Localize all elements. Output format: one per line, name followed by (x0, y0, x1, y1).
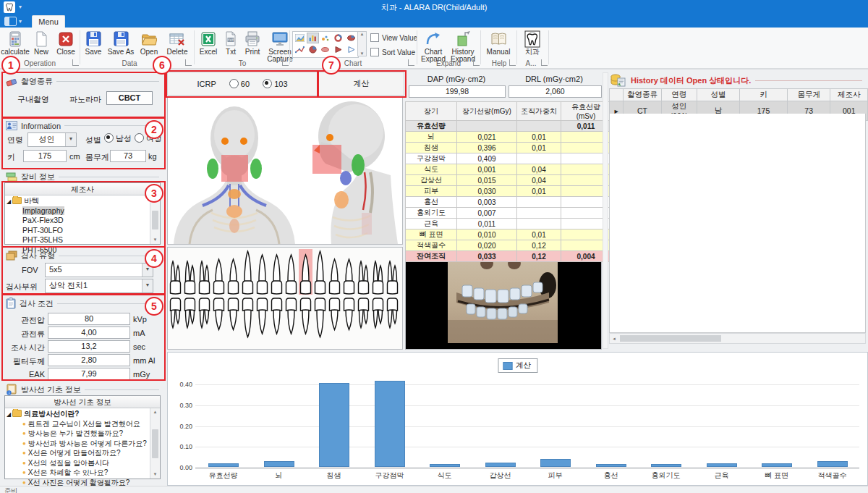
pie-chart-icon[interactable] (307, 44, 319, 55)
calculate-button[interactable]: calculate (1, 30, 29, 56)
chart-dialog-launcher-icon[interactable] (408, 59, 414, 66)
chart-grid-spinner[interactable]: ▲▼ (357, 31, 367, 56)
tab-menu[interactable]: Menu (32, 15, 65, 28)
col-weight[interactable]: 몸무게 (787, 89, 830, 101)
scrollbar-thumb[interactable] (152, 429, 158, 458)
rad-info-item[interactable]: ●X선은 어떻게 만들어질까요? (7, 448, 149, 458)
dental-app-button[interactable]: shave 치과 (519, 30, 545, 56)
screen-capture-button[interactable]: Screen Capture (265, 30, 295, 63)
history-hscrollbar[interactable]: ◂ (609, 333, 866, 344)
excel-button[interactable]: Excel (197, 30, 220, 56)
table-row[interactable]: 잔여조직0,0330,120,004 (406, 251, 611, 262)
save-as-button[interactable]: Save As (106, 30, 135, 56)
scroll-up-icon[interactable]: ▲ (153, 408, 158, 416)
chart-legend[interactable]: 계산 (498, 358, 537, 373)
print-button[interactable]: Print (242, 30, 263, 56)
spinner-up-icon[interactable]: ▲ (360, 32, 365, 36)
table-row[interactable]: 유효선량0,011 (406, 121, 611, 132)
rad-info-scrollbar[interactable]: ▲▼ (150, 408, 160, 479)
bubble-chart-icon[interactable] (320, 33, 332, 43)
help-dialog-launcher-icon[interactable] (509, 59, 516, 66)
pie3d-chart-icon[interactable] (345, 33, 357, 43)
rad-info-item[interactable]: ●X선은 차폐할 수 있나요? (7, 468, 149, 478)
table-row[interactable]: 피부0,0300,01 (406, 186, 611, 197)
chart-expand-button[interactable]: Chart Expand (420, 30, 447, 63)
col-organ-dose[interactable]: 장기선량(mGy) (457, 102, 517, 121)
tooth-shape (359, 281, 369, 294)
annotation-box-6 (166, 70, 319, 98)
dose-scroll-strip[interactable] (603, 72, 608, 349)
tooth-shape (346, 310, 352, 330)
bar-구강점막 (375, 381, 405, 467)
to-dialog-launcher-icon[interactable] (282, 59, 289, 66)
annotation-circle-6: 6 (153, 56, 171, 75)
status-text: 준비 (4, 487, 17, 493)
table-row[interactable]: 흉외기도0,007 (406, 208, 611, 219)
rad-info-list: 방사선 기초 정보 ◢의료방사선이란? ●뢴트겐 교수님이 X선을 발견했어요 … (4, 395, 161, 479)
group-separator (548, 30, 549, 64)
bullet-icon: ● (22, 440, 26, 447)
table-row[interactable]: 침샘0,3960,01 (406, 143, 611, 153)
expand-dialog-launcher-icon[interactable] (473, 59, 480, 66)
table-row[interactable]: 근육0,011 (406, 219, 611, 229)
tooth-shape (373, 281, 383, 294)
col-gender[interactable]: 성별 (697, 89, 740, 101)
svg-text:shave: shave (529, 32, 535, 34)
close-button[interactable]: Close (54, 30, 78, 56)
y-tick-label: 0.10 (171, 443, 192, 450)
annotation-circle-3: 3 (145, 184, 163, 203)
col-organ[interactable]: 장기 (406, 102, 457, 121)
history-header-row: 촬영종류 연령 성별 키 몸무게 제조사 (610, 89, 868, 101)
new-button[interactable]: New (30, 30, 52, 56)
play-outline-chart-icon[interactable] (345, 44, 357, 55)
table-row[interactable]: 흉선0,003 (406, 197, 611, 208)
scatter-line-icon[interactable] (294, 44, 306, 55)
rad-info-item[interactable]: ●뢴트겐 교수님이 X선을 발견했어요 (7, 419, 149, 429)
rad-info-item[interactable]: ●방사선과 방사능은 어떻게 다른가요? (7, 439, 149, 449)
table-row[interactable]: 식도0,0010,04 (406, 164, 611, 175)
save-button[interactable]: Save (82, 30, 105, 56)
tree-node-medical-radiation[interactable]: ◢의료방사선이란? (7, 409, 149, 419)
tooth-shape (243, 281, 253, 294)
rad-info-item[interactable]: ●X선의 성질을 알아봅시다 (7, 458, 149, 468)
rad-info-item[interactable]: ●방사능은 누가 발견했을까요? (7, 429, 149, 439)
bar-chart-icon-selected[interactable] (307, 33, 319, 43)
manual-button[interactable]: Manual (483, 30, 514, 56)
table-row[interactable]: 적색골수0,0200,12 (406, 240, 611, 251)
history-expand-button[interactable]: History Expand (448, 30, 477, 63)
txt-button[interactable]: TXT Txt (221, 30, 240, 56)
view-value-checkbox[interactable]: View Value (370, 33, 417, 42)
operation-dialog-launcher-icon[interactable] (72, 59, 79, 66)
delete-button[interactable]: Delete (163, 30, 191, 56)
app-menu-button[interactable]: ▾ (4, 16, 29, 26)
data-dialog-launcher-icon[interactable] (185, 59, 192, 66)
ellipse-chart-icon[interactable] (320, 44, 332, 55)
spinner-down-icon[interactable]: ▼ (360, 51, 365, 56)
table-row[interactable]: 구강점막0,409 (406, 153, 611, 164)
scrollbar-thumb[interactable] (620, 335, 721, 342)
tooth-shape (200, 281, 210, 294)
col-maker[interactable]: 제조사 (830, 89, 868, 101)
tooth-shape (393, 310, 397, 324)
rad-info-column-header[interactable]: 방사선 기초 정보 (5, 396, 160, 408)
app-dialog-launcher-icon[interactable] (541, 59, 548, 66)
table-row[interactable]: 갑상선0,0150,04 (406, 175, 611, 186)
area-chart-icon[interactable] (294, 33, 306, 43)
tooth-shape (393, 266, 397, 282)
open-button[interactable]: Open (137, 30, 161, 56)
cbct-3d-render (406, 248, 601, 349)
col-shoot-type[interactable]: 촬영종류 (624, 89, 662, 101)
donut-chart-icon[interactable] (332, 33, 344, 43)
sort-value-checkbox[interactable]: Sort Value (370, 48, 415, 56)
table-row[interactable]: 뇌0,0210,01 (406, 132, 611, 143)
tooth-shape (230, 310, 237, 330)
play-chart-icon[interactable] (332, 44, 344, 55)
tree-expanded-icon[interactable]: ◢ (7, 411, 11, 418)
scroll-left-icon[interactable]: ◂ (610, 336, 618, 342)
col-age[interactable]: 연령 (661, 89, 697, 101)
scroll-down-icon[interactable]: ▼ (153, 471, 158, 479)
col-weight[interactable]: 조직가중치 (517, 102, 561, 121)
col-height[interactable]: 키 (740, 89, 788, 101)
table-row[interactable]: 뼈 표면0,0100,01 (406, 229, 611, 240)
teeth-svg[interactable] (168, 248, 402, 347)
